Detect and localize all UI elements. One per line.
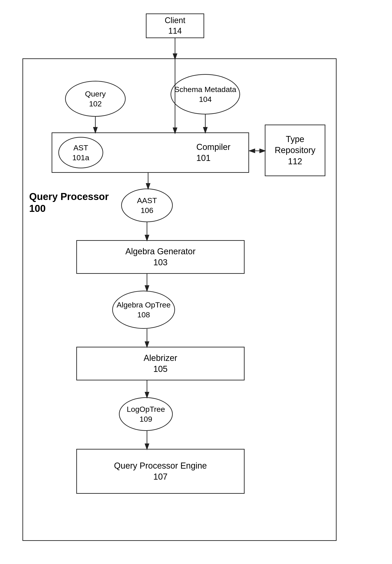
ast-ellipse: AST 101a <box>58 137 103 168</box>
diagram-container: Client 114 Query Processor 100 Query 102… <box>0 0 392 564</box>
query-processor-label: Query Processor 100 <box>29 191 109 214</box>
algebra-optree-ellipse: Algebra OpTree 108 <box>112 291 175 329</box>
alebrizer-box: Alebrizer 105 <box>76 347 245 381</box>
query-processor-engine-box: Query Processor Engine 107 <box>76 449 245 494</box>
client-label: Client 114 <box>165 15 185 36</box>
query-ellipse: Query 102 <box>65 81 126 117</box>
logoptree-ellipse: LogOpTree 109 <box>119 397 173 431</box>
schema-metadata-ellipse: Schema Metadata 104 <box>170 74 240 114</box>
client-box: Client 114 <box>146 14 204 38</box>
aast-ellipse: AAST 106 <box>121 188 173 222</box>
type-repository-box: Type Repository 112 <box>265 125 325 176</box>
algebra-generator-box: Algebra Generator 103 <box>76 240 245 274</box>
